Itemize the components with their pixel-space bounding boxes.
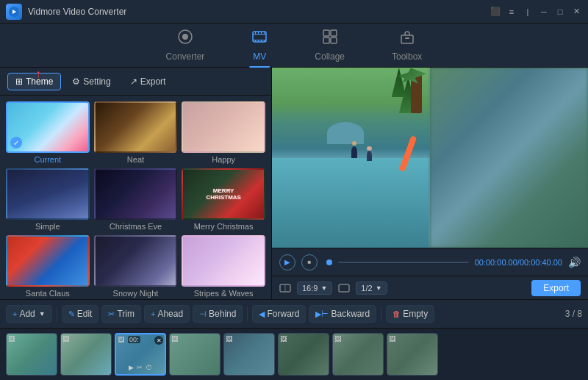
behind-button[interactable]: ⊣ Behind [193,305,243,323]
ahead-label: Ahead [157,309,183,319]
theme-thumb-snowy-night [94,235,178,287]
nav-toolbox-label: Toolbox [392,51,422,62]
quality-value: 1/2 [361,284,372,293]
app-title: Vidmore Video Converter [28,7,490,17]
film-play-3[interactable]: ▶ [129,364,134,371]
merry-text: MERRYCHRISTMAS [206,187,241,201]
theme-thumb-chic: ✓ [6,101,90,153]
theme-item-chic[interactable]: ✓ Current [6,101,90,164]
main-content: ↑ ⊞ Theme ⚙ Setting ↗ Export ✓ Current [0,68,588,299]
theme-grid: ✓ Current Neat Happy [0,96,271,299]
quality-select[interactable]: 1/2 ▼ [356,282,387,295]
theme-label-santa-claus: Santa Claus [26,289,70,298]
theme-item-simple[interactable]: Simple [6,168,90,231]
add-icon: + [12,309,17,318]
svg-rect-19 [401,35,413,43]
aspect-ratio-arrow: ▼ [320,284,327,292]
film-trim-3[interactable]: ✂ [137,364,143,371]
trim-button[interactable]: ✂ Trim [101,305,141,323]
theme-thumb-santa-claus [6,235,90,287]
film-settings-3[interactable]: ⏱ [146,364,152,371]
setting-button[interactable]: ⚙ Setting [64,73,118,90]
head-1 [352,141,356,146]
progress-line[interactable] [338,262,469,263]
theme-label-stripes-waves: Stripes & Waves [194,289,254,298]
export-button-sub[interactable]: ↗ Export [122,73,174,90]
nav-item-collage[interactable]: Collage [306,26,354,65]
tree-2 [392,68,406,97]
maximize-button[interactable]: □ [554,6,566,18]
theme-label-snowy-night: Snowy Night [113,289,159,298]
nav-converter-label: Converter [166,51,205,62]
export-icon: ↗ [130,76,137,87]
theme-label-simple: Simple [35,222,60,231]
aspect-ratio-value: 16:9 [302,284,318,293]
film-thumb-1[interactable]: 🖼 [6,333,57,376]
theme-label-christmas-eve: Christmas Eve [110,222,162,231]
film-thumb-8[interactable]: 🖼 [387,333,438,376]
nav-item-toolbox[interactable]: Toolbox [383,26,431,65]
play-button[interactable]: ▶ [279,254,295,270]
close-button[interactable]: ✕ [570,6,582,18]
separator: | [522,6,534,18]
theme-thumb-christmas-eve [94,168,178,220]
film-thumb-5[interactable]: 🖼 [223,333,275,376]
svg-rect-18 [331,37,337,43]
person-2 [367,151,372,161]
backward-button[interactable]: ▶⊢ Backward [309,305,376,323]
theme-item-santa-claus[interactable]: Santa Claus [6,235,90,298]
aspect-ratio-icon [279,282,291,294]
time-display: 00:00:00.00/00:00:40.00 [475,258,562,267]
aspect-ratio-select[interactable]: 16:9 ▼ [297,282,332,295]
film-thumb-6[interactable]: 🖼 [278,333,329,376]
edit-button[interactable]: ✎ Edit [62,305,99,323]
empty-label: Empty [403,309,428,319]
theme-item-snowy-night[interactable]: Snowy Night [94,235,178,298]
empty-button[interactable]: 🗑 Empty [386,305,434,323]
bottom-toolbar: + Add ▼ ✎ Edit ✂ Trim + Ahead ⊣ Behind ◀… [0,299,588,329]
add-button[interactable]: + Add ▼ [6,305,52,323]
backward-label: Backward [331,309,370,319]
theme-item-happy[interactable]: Happy [182,101,265,164]
chat-button[interactable]: ⬛ [490,6,501,18]
theme-item-neat[interactable]: Neat [94,101,178,164]
svg-rect-9 [261,32,262,34]
menu-button[interactable]: ≡ [506,6,517,18]
pool-water [272,158,430,248]
theme-item-christmas-eve[interactable]: Christmas Eve [94,168,178,231]
theme-label-neat: Neat [127,155,144,164]
pool-scene [272,68,430,248]
film-thumb-3[interactable]: 🖼 00: ✕ ▶ ✂ ⏱ [115,333,166,376]
converter-icon [177,29,193,49]
play-icon: ▶ [284,258,290,266]
theme-button[interactable]: ⊞ Theme [7,73,61,90]
film-icon-5: 🖼 [226,335,232,343]
add-label: Add [19,309,35,319]
theme-thumb-simple [6,168,90,220]
time-total: 00:00:40.00 [520,258,562,267]
film-thumb-7[interactable]: 🖼 [332,333,384,376]
divider-1 [57,306,57,321]
gazebo-roof [327,122,364,144]
theme-thumb-neat [94,101,178,153]
sub-toolbar: ↑ ⊞ Theme ⚙ Setting ↗ Export [0,68,271,96]
behind-icon: ⊣ [199,309,207,319]
film-close-3[interactable]: ✕ [154,336,163,345]
theme-item-merry-christmas[interactable]: MERRYCHRISTMAS Merry Christmas [182,168,265,231]
svg-rect-20 [405,37,409,39]
nav-item-converter[interactable]: Converter [157,26,214,65]
theme-item-stripes-waves[interactable]: Stripes & Waves [182,235,265,298]
export-button[interactable]: Export [531,280,581,296]
svg-rect-11 [255,40,256,42]
theme-label-chic: Current [34,155,61,164]
ahead-button[interactable]: + Ahead [144,305,190,323]
volume-icon[interactable]: 🔊 [568,257,581,268]
minimize-button[interactable]: ─ [538,6,550,18]
nav-item-mv[interactable]: MV [243,26,276,65]
quality-icon [338,282,350,294]
film-thumb-4[interactable]: 🖼 [169,333,220,376]
stop-button[interactable]: ■ [301,254,318,270]
film-thumb-2[interactable]: 🖼 [60,333,112,376]
page-count: 3 / 8 [565,309,582,319]
forward-button[interactable]: ◀ Forward [252,305,306,323]
